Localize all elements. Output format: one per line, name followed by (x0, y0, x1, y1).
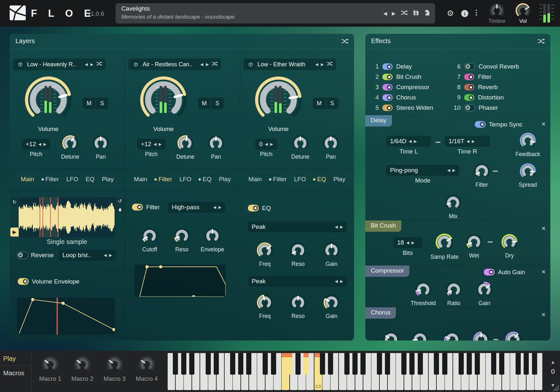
delay-feedback-knob[interactable] (519, 132, 537, 150)
layer1-instrument-select[interactable]: Low - Heavenly R.. ◀ ▶ (13, 59, 106, 70)
random-instrument-icon[interactable] (96, 61, 102, 68)
delay-close-icon[interactable]: × (538, 120, 549, 128)
band-next-icon[interactable]: ▶ (340, 279, 343, 284)
tab-play[interactable]: Play (3, 355, 16, 362)
eq-band2-type-select[interactable]: Peak◀▶ (248, 276, 347, 287)
mute-button[interactable]: M (83, 98, 96, 109)
chorus-knob-3[interactable] (443, 331, 461, 341)
layer3-instrument-select[interactable]: Low - Ether Wraith ◀ ▶ (243, 59, 336, 70)
pitch-stepper[interactable]: 0◀▶ (255, 139, 277, 150)
pan-knob[interactable] (92, 134, 110, 152)
effects-randomize-icon[interactable] (537, 38, 545, 44)
delay-mode-select[interactable]: Ping-pong◀▶ (386, 165, 459, 176)
prev-instrument-icon[interactable]: ◀ (85, 62, 88, 67)
solo-button[interactable]: S (211, 98, 224, 109)
time-r-up-icon[interactable]: ▶ (472, 139, 475, 144)
reverse-toggle[interactable] (17, 252, 28, 259)
black-key-43[interactable] (524, 353, 529, 375)
black-key-9[interactable] (246, 353, 251, 375)
pitch-stepper[interactable]: +12◀▶ (22, 139, 51, 150)
effect-row-compressor[interactable]: 3Compressor (370, 82, 451, 92)
tab-lfo[interactable]: LFO (66, 176, 78, 183)
tab-lfo[interactable]: LFO (180, 176, 191, 183)
compressor-close-icon[interactable]: × (538, 268, 549, 276)
effect-row-chorus[interactable]: 4Chorus (370, 92, 451, 103)
tab-play[interactable]: Play (102, 176, 114, 183)
effect-enable-toggle[interactable] (464, 104, 475, 111)
cutoff-knob[interactable] (141, 227, 159, 245)
layers-randomize-icon[interactable] (341, 38, 349, 44)
black-key-12[interactable] (271, 353, 276, 375)
detune-knob[interactable] (291, 134, 309, 152)
bits-up-icon[interactable]: ▶ (411, 240, 414, 245)
band-prev-icon[interactable]: ◀ (335, 225, 338, 229)
settings-gear-icon[interactable]: ⚙ (447, 9, 454, 18)
delay-mix-knob[interactable] (444, 194, 462, 212)
black-key-26[interactable] (385, 353, 390, 375)
next-instrument-icon[interactable]: ▶ (321, 62, 324, 67)
prev-instrument-icon[interactable]: ◀ (201, 62, 203, 67)
effect-enable-toggle[interactable] (464, 94, 474, 101)
macro-2-knob[interactable] (73, 355, 91, 373)
effect-enable-toggle[interactable] (382, 105, 393, 111)
resonance-knob[interactable] (173, 227, 191, 245)
solo-button[interactable]: S (96, 98, 109, 109)
black-key-37[interactable] (475, 353, 480, 375)
play-sample-icon[interactable]: ▶ (10, 228, 19, 237)
black-key-0[interactable] (173, 353, 178, 375)
layer3-volume-knob[interactable] (254, 76, 303, 124)
time-l-up-icon[interactable]: ▶ (414, 139, 417, 144)
tab-play[interactable]: Play (333, 176, 345, 183)
pitch-down-icon[interactable]: ◀ (154, 142, 156, 146)
volume-envelope-graph[interactable] (17, 298, 115, 335)
black-key-5[interactable] (214, 353, 219, 375)
black-key-25[interactable] (377, 353, 382, 375)
loop-next-icon[interactable]: ▶ (109, 253, 112, 257)
tab-filter[interactable]: Filter (154, 176, 172, 183)
tab-play[interactable]: Play (219, 176, 231, 183)
effect-enable-toggle[interactable] (382, 84, 393, 90)
macro-1-knob[interactable] (41, 355, 59, 373)
effect-row-bit-crush[interactable]: 2Bit Crush (370, 72, 451, 82)
black-key-21[interactable] (344, 353, 350, 375)
eq2-gain-knob[interactable] (322, 294, 341, 312)
filter-envelope-knob[interactable] (203, 227, 221, 245)
dry-knob[interactable] (500, 233, 518, 251)
pitch-stepper[interactable]: +12◀▶ (137, 139, 166, 150)
comp-gain-knob[interactable] (475, 281, 493, 299)
waveform-display[interactable] (19, 197, 115, 237)
filter-next-icon[interactable]: ▶ (219, 205, 221, 210)
black-key-19[interactable] (328, 353, 333, 375)
delay-time-l-stepper[interactable]: 1/64D◀▶ (386, 136, 431, 147)
effect-row-filter[interactable]: 7Filter (452, 72, 548, 82)
transpose-up-icon[interactable]: ▲ (547, 359, 559, 365)
volume-knob-master[interactable] (515, 2, 531, 19)
tab-filter[interactable]: Filter (269, 176, 286, 183)
resize-handle[interactable] (551, 383, 559, 391)
preset-random-icon[interactable] (400, 10, 408, 17)
chorus-knob-1[interactable] (382, 331, 400, 341)
pan-knob[interactable] (322, 134, 340, 152)
eq1-gain-knob[interactable] (322, 241, 341, 259)
chorus-knob-2[interactable] (411, 331, 429, 341)
black-key-44[interactable] (532, 353, 537, 375)
eq1-reso-knob[interactable] (289, 241, 307, 259)
effect-enable-toggle[interactable] (464, 84, 474, 90)
black-key-39[interactable] (491, 353, 496, 375)
eq1-freq-knob[interactable] (256, 241, 274, 259)
macro-3-knob[interactable] (106, 355, 124, 373)
preset-box[interactable]: Cavelights Memories of a distant landsca… (116, 3, 435, 23)
preset-next-icon[interactable]: ▶ (392, 11, 396, 16)
tab-macros[interactable]: Macros (3, 369, 24, 377)
wet-knob[interactable] (465, 233, 483, 251)
eq-band1-type-select[interactable]: Peak◀▶ (248, 221, 347, 232)
black-key-42[interactable] (516, 353, 521, 375)
macro-4-knob[interactable] (138, 355, 156, 373)
samp-rate-knob[interactable] (434, 232, 454, 252)
black-key-8[interactable] (238, 353, 243, 375)
pitch-down-icon[interactable]: ◀ (38, 142, 41, 146)
pitch-up-icon[interactable]: ▶ (159, 142, 162, 146)
black-key-32[interactable] (434, 353, 439, 375)
effect-row-delay[interactable]: 1Delay (370, 61, 451, 72)
black-key-30[interactable] (418, 353, 423, 375)
